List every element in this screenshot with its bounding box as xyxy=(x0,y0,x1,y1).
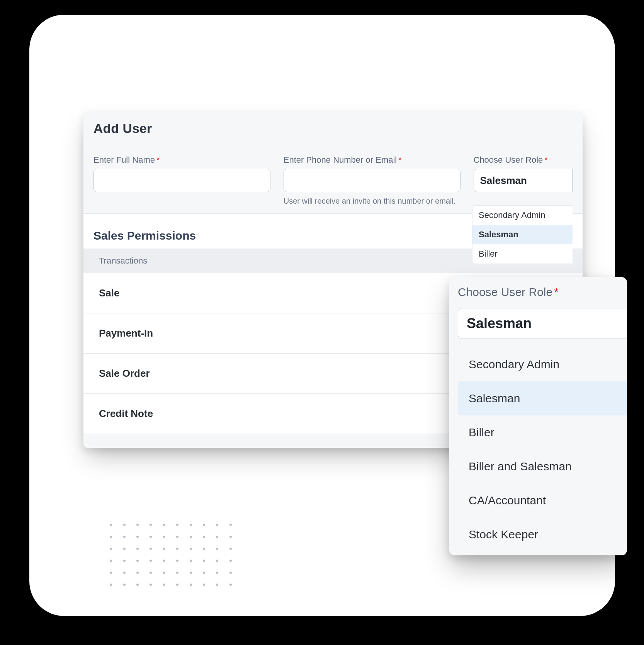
role-label-back: Choose User Role* xyxy=(474,155,573,165)
role-option-back[interactable]: Salesman xyxy=(472,225,573,244)
required-asterisk: * xyxy=(398,155,402,165)
phone-field: Enter Phone Number or Email* User will r… xyxy=(284,155,460,206)
stage: Add User Enter Full Name* Enter Phone Nu… xyxy=(29,15,615,616)
phone-label-text: Enter Phone Number or Email xyxy=(284,155,397,165)
role-select-back[interactable]: Salesman xyxy=(474,169,573,192)
role-popover-select-value: Salesman xyxy=(467,315,532,332)
role-popover-option[interactable]: Biller and Salesman xyxy=(458,449,627,483)
phone-input[interactable] xyxy=(284,169,460,192)
required-asterisk: * xyxy=(544,155,548,165)
role-option-back[interactable]: Secondary Admin xyxy=(472,206,573,225)
permissions-row-label: Payment-In xyxy=(99,327,153,339)
col-transactions: Transactions xyxy=(99,256,147,266)
phone-help-text: User will receive an invite on this numb… xyxy=(284,196,460,206)
required-asterisk: * xyxy=(156,155,160,165)
role-popover-option[interactable]: Salesman xyxy=(458,381,627,415)
fullname-label: Enter Full Name* xyxy=(93,155,270,165)
fullname-label-text: Enter Full Name xyxy=(93,155,155,165)
role-option-back[interactable]: Biller xyxy=(472,244,573,264)
role-popover-select[interactable]: Salesman xyxy=(458,308,627,339)
dot-grid xyxy=(104,519,237,591)
role-dropdown-back: Secondary Admin Salesman Biller xyxy=(472,205,573,264)
permissions-row-label: Credit Note xyxy=(99,408,153,420)
role-select-back-value: Salesman xyxy=(480,175,527,187)
form-row: Enter Full Name* Enter Phone Number or E… xyxy=(83,144,583,213)
fullname-field: Enter Full Name* xyxy=(93,155,270,206)
role-popover-label: Choose User Role* xyxy=(458,286,627,299)
role-popover-option[interactable]: Biller xyxy=(458,415,627,449)
role-popover: Choose User Role* Salesman Secondary Adm… xyxy=(449,277,627,555)
page-title: Add User xyxy=(83,112,583,144)
role-popover-option[interactable]: Secondary Admin xyxy=(458,347,627,381)
fullname-input[interactable] xyxy=(93,169,270,192)
role-field-back: Choose User Role* Salesman Secondary Adm… xyxy=(474,155,573,206)
permissions-row-label: Sale xyxy=(99,287,120,299)
role-popover-option[interactable]: Stock Keeper xyxy=(458,517,627,551)
permissions-row-label: Sale Order xyxy=(99,368,150,380)
role-label-back-text: Choose User Role xyxy=(474,155,543,165)
role-popover-list: Secondary AdminSalesmanBillerBiller and … xyxy=(458,347,627,551)
required-asterisk: * xyxy=(554,286,559,298)
role-popover-label-text: Choose User Role xyxy=(458,286,552,298)
role-popover-option[interactable]: CA/Accountant xyxy=(458,483,627,517)
phone-label: Enter Phone Number or Email* xyxy=(284,155,460,165)
